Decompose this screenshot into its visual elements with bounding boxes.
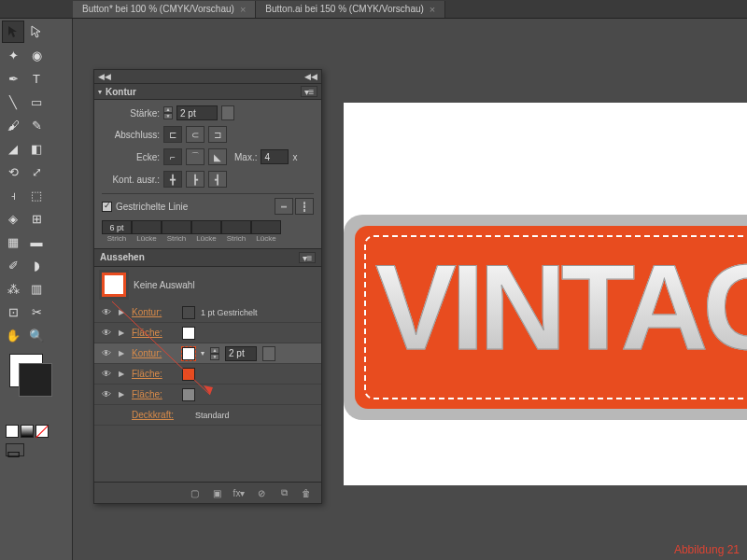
cap-round[interactable]: ⊂	[186, 126, 204, 143]
staerke-dropdown[interactable]	[221, 105, 234, 120]
dash-align-corners[interactable]: ┇	[295, 198, 314, 215]
cap-projecting[interactable]: ⊐	[208, 126, 227, 143]
trash-icon[interactable]: 🗑	[299, 486, 314, 499]
join-round[interactable]: ⌒	[186, 148, 204, 165]
none-mode[interactable]	[35, 425, 49, 438]
clear-icon[interactable]: ⊘	[254, 486, 269, 499]
document-tabs: Button* bei 100 % (CMYK/Vorschau)× Butto…	[0, 0, 747, 19]
join-miter[interactable]: ⌐	[163, 148, 182, 165]
color-chip[interactable]	[182, 388, 195, 401]
stroke-weight-input[interactable]	[225, 346, 257, 361]
visibility-icon[interactable]: 👁	[102, 307, 113, 317]
appearance-row-flaeche-2[interactable]: 👁▶ Fläche:	[94, 364, 321, 385]
dashed-line-checkbox[interactable]: Gestrichelte Linie	[102, 202, 188, 212]
aussehen-title: Aussehen	[100, 252, 145, 263]
lasso-tool[interactable]: ◉	[25, 44, 48, 66]
align-center[interactable]: ╋	[163, 171, 182, 188]
gradient-mode[interactable]	[21, 425, 34, 438]
type-tool[interactable]: T	[25, 67, 48, 90]
blend-tool[interactable]: ◗	[25, 254, 48, 276]
screen-mode[interactable]: ▭	[6, 443, 24, 456]
panel-menu-icon[interactable]: ▾≡	[299, 252, 316, 263]
pencil-tool[interactable]: ✎	[25, 114, 48, 136]
visibility-icon[interactable]: 👁	[102, 369, 113, 379]
hand-tool[interactable]: ✋	[2, 324, 24, 346]
selection-tool[interactable]	[2, 21, 24, 43]
pen-tool[interactable]: ✒	[2, 67, 24, 90]
stroke-swatch[interactable]	[19, 363, 52, 397]
expand-icon[interactable]: ▶	[119, 329, 126, 337]
dash-3[interactable]	[221, 220, 251, 234]
tab-button-ai-150[interactable]: Button.ai bei 150 % (CMYK/Vorschau)×	[256, 1, 445, 18]
color-chip[interactable]	[182, 327, 195, 340]
line-tool[interactable]: ╲	[2, 91, 24, 113]
rotate-tool[interactable]: ⟲	[2, 161, 24, 183]
miter-limit-input[interactable]	[261, 149, 289, 164]
graph-tool[interactable]: ▥	[25, 277, 48, 300]
close-icon[interactable]: ×	[430, 4, 435, 15]
expand-icon[interactable]: ▶	[119, 390, 126, 399]
staerke-input[interactable]	[176, 105, 218, 120]
color-chip[interactable]	[182, 306, 195, 319]
symbol-sprayer-tool[interactable]: ⁂	[2, 277, 24, 300]
direct-selection-tool[interactable]	[25, 21, 48, 43]
visibility-icon[interactable]: 👁	[102, 348, 113, 358]
appearance-row-kontur-1[interactable]: 👁▶ Kontur: 1 pt Gestrichelt	[94, 302, 321, 323]
fill-stroke-swatches[interactable]	[2, 352, 70, 408]
join-bevel[interactable]: ◣	[208, 148, 227, 165]
staerke-stepper[interactable]: ▲▼	[163, 106, 173, 119]
new-stroke-icon[interactable]: ▣	[209, 486, 224, 499]
expand-icon[interactable]: ▶	[119, 370, 126, 378]
appearance-row-flaeche-3[interactable]: 👁▶ Fläche:	[94, 385, 321, 405]
shape-builder-tool[interactable]: ◈	[2, 207, 24, 230]
expand-icon[interactable]: ▶	[119, 349, 126, 357]
ecke-label: Ecke:	[102, 152, 160, 162]
color-chip[interactable]	[182, 347, 195, 360]
stroke-weight-dropdown[interactable]	[262, 346, 275, 361]
stroke-weight-stepper[interactable]: ▲▼	[210, 347, 219, 360]
scale-tool[interactable]: ⤢	[25, 161, 48, 183]
gap-3[interactable]	[251, 220, 281, 234]
eyedropper-tool[interactable]: ✐	[2, 254, 24, 276]
blob-brush-tool[interactable]: ◢	[2, 137, 24, 160]
visibility-icon[interactable]: 👁	[102, 389, 113, 399]
dash-2[interactable]	[162, 220, 191, 234]
gradient-tool[interactable]: ▬	[25, 231, 48, 253]
new-fill-icon[interactable]: ▢	[187, 486, 202, 499]
align-inside[interactable]: ┣	[186, 171, 204, 188]
appearance-row-flaeche-1[interactable]: 👁▶ Fläche:	[94, 323, 321, 343]
color-mode[interactable]	[6, 425, 19, 438]
chevron-down-icon[interactable]: ▾	[98, 88, 102, 96]
gap-2[interactable]	[191, 220, 221, 234]
tab-button-100[interactable]: Button* bei 100 % (CMYK/Vorschau)×	[73, 1, 256, 18]
free-transform-tool[interactable]: ⬚	[25, 184, 48, 206]
gap-1[interactable]	[132, 220, 162, 234]
appearance-row-opacity[interactable]: 👁▶ Deckkraft: Standard	[94, 405, 321, 426]
artboard-tool[interactable]: ⊡	[2, 301, 24, 323]
align-outside[interactable]: ┫	[208, 171, 227, 188]
duplicate-icon[interactable]: ⧉	[276, 486, 291, 499]
perspective-tool[interactable]: ⊞	[25, 207, 48, 230]
zoom-tool[interactable]: 🔍	[25, 324, 48, 346]
rectangle-tool[interactable]: ▭	[25, 91, 48, 113]
close-icon[interactable]: ×	[240, 4, 246, 15]
cap-butt[interactable]: ⊏	[163, 126, 182, 143]
appearance-row-kontur-2[interactable]: 👁▶ Kontur: ▾ ▲▼	[94, 343, 321, 364]
width-tool[interactable]: ⫞	[2, 184, 24, 206]
visibility-icon[interactable]: 👁	[102, 328, 113, 338]
panel-menu-icon[interactable]: ▾≡	[301, 86, 317, 97]
panel-collapse-icon[interactable]: ◀◀	[98, 72, 111, 81]
dash-1[interactable]	[102, 220, 132, 234]
eraser-tool[interactable]: ◧	[25, 137, 48, 160]
fx-icon[interactable]: fx▾	[232, 486, 247, 499]
artboard[interactable]: VINTAG	[344, 103, 747, 485]
badge-shape: VINTAG	[344, 215, 747, 420]
mesh-tool[interactable]: ▦	[2, 231, 24, 253]
color-chip[interactable]	[182, 368, 195, 381]
panel-collapse-icon[interactable]: ◀◀	[304, 72, 317, 81]
expand-icon[interactable]: ▶	[119, 308, 126, 316]
dash-preserve-exact[interactable]: ┅	[275, 198, 293, 215]
brush-tool[interactable]: 🖌	[2, 114, 24, 136]
magic-wand-tool[interactable]: ✦	[2, 44, 24, 66]
slice-tool[interactable]: ✂	[25, 301, 48, 323]
